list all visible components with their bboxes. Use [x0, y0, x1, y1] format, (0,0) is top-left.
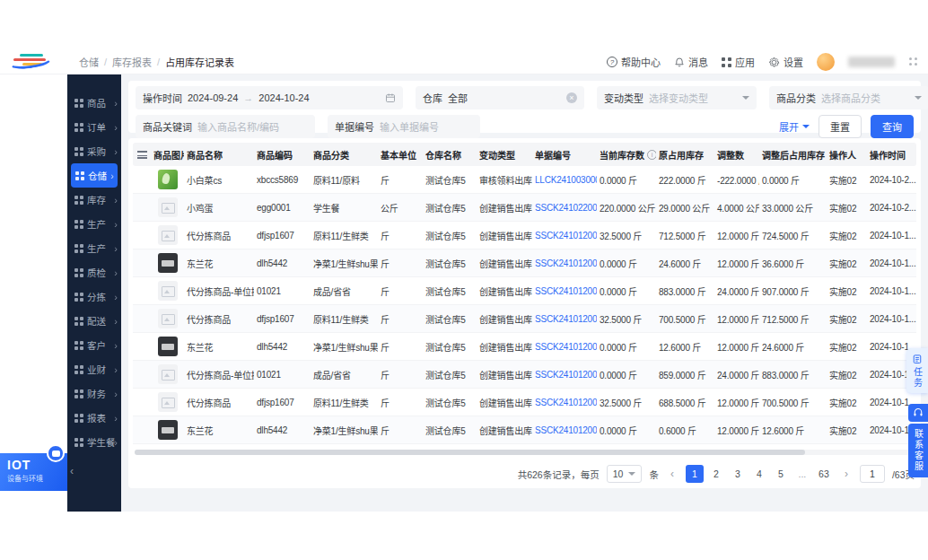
table-row[interactable]: 代分拣商品-单位换算01021成品/省省斤测试仓库5创建销售出库SSCK2410…: [133, 361, 916, 389]
sidebar-item-production-2[interactable]: 生产: [67, 236, 121, 260]
prev-page-button[interactable]: [666, 468, 678, 480]
keyword-input[interactable]: 商品关键词 输入商品名称/编码: [136, 115, 315, 138]
product-image[interactable]: [158, 337, 178, 356]
page-size-select[interactable]: 10: [607, 465, 643, 483]
column-header[interactable]: 仓库名称: [423, 148, 477, 162]
product-image[interactable]: [158, 392, 178, 412]
clear-icon[interactable]: [566, 92, 577, 103]
column-header[interactable]: 基本单位: [378, 148, 423, 162]
expand-toggle[interactable]: 展开: [779, 119, 810, 134]
sidebar-collapse-button[interactable]: [70, 465, 74, 477]
reset-button[interactable]: 重置: [819, 115, 862, 138]
iot-panel[interactable]: IOT 设备与环境: [0, 453, 67, 491]
sidebar-item-business-finance[interactable]: 业财: [67, 357, 121, 381]
page-button[interactable]: 63: [815, 465, 833, 483]
table-row[interactable]: 代分拣商品dfjsp1607原料11/生鲜类斤测试仓库5创建销售出库SSCK24…: [133, 389, 916, 416]
messages-button[interactable]: 消息: [674, 55, 708, 69]
change-type-select[interactable]: 变动类型 选择变动类型: [597, 86, 757, 109]
column-header[interactable]: 操作人: [827, 148, 867, 162]
breadcrumb-inventory-report[interactable]: 库存报表: [112, 55, 152, 69]
column-header[interactable]: 调整数: [714, 148, 759, 162]
page-button[interactable]: 1: [686, 465, 704, 483]
column-header[interactable]: 原占用库存: [656, 148, 714, 162]
page-button[interactable]: 4: [750, 465, 768, 483]
next-page-button[interactable]: [840, 468, 853, 480]
column-header[interactable]: 单据编号: [532, 148, 597, 162]
info-icon: [647, 150, 656, 160]
panel-toggle-icon[interactable]: [908, 57, 919, 67]
table-row[interactable]: 代分拣商品-单位换算01021成品/省省斤测试仓库5创建销售出库SSCK2410…: [133, 277, 916, 305]
contact-service-button[interactable]: 联系客服: [908, 424, 928, 477]
sidebar-item-purchase[interactable]: 采购: [67, 139, 121, 163]
column-header[interactable]: 操作时间: [867, 148, 916, 162]
table-row[interactable]: 东兰花dlh5442净菜1/生鲜shu果...斤测试仓库5创建销售出库SSCK2…: [133, 249, 916, 277]
avatar[interactable]: [817, 53, 835, 71]
cell-doc-no[interactable]: SSCK24101200001: [532, 425, 597, 435]
sidebar-item-orders[interactable]: 订单: [67, 115, 121, 139]
cell-doc-no[interactable]: SSCK24101200002: [532, 342, 597, 352]
cell-doc-no[interactable]: SSCK24101200002: [532, 370, 597, 380]
table-row[interactable]: 小鸡蛋egg0001学生餐公斤测试仓库5创建销售出库SSCK2410220000…: [133, 194, 916, 222]
column-header[interactable]: 当前库存数: [597, 148, 656, 162]
sidebar-item-student-meals[interactable]: 学生餐: [67, 430, 121, 454]
help-icon: [607, 57, 617, 67]
sidebar-item-sorting[interactable]: 分拣: [67, 284, 121, 309]
sidebar-item-warehouse[interactable]: 仓储: [71, 163, 118, 188]
table-row[interactable]: 代分拣商品dfjsp1607原料11/生鲜类斤测试仓库5创建销售出库SSCK24…: [133, 305, 916, 333]
apps-button[interactable]: 应用: [722, 55, 755, 69]
column-header[interactable]: 商品分类: [311, 148, 378, 162]
sidebar-item-goods[interactable]: 商品: [67, 91, 121, 115]
search-button[interactable]: 查询: [871, 115, 914, 138]
sidebar-item-production-1[interactable]: 生产: [67, 212, 121, 236]
brand-logo[interactable]: [9, 53, 61, 71]
iot-chat-icon[interactable]: [47, 444, 65, 462]
cell-doc-no[interactable]: SSCK24101200004: [532, 231, 597, 241]
docno-input[interactable]: 单据编号 输入单据编号: [328, 115, 480, 138]
product-image[interactable]: [158, 197, 178, 217]
sidebar-item-delivery[interactable]: 配送: [67, 309, 121, 333]
product-image[interactable]: [158, 253, 178, 273]
cell-doc-no[interactable]: SSCK24102200001: [532, 203, 597, 213]
help-center-button[interactable]: 帮助中心: [607, 55, 661, 69]
table-row[interactable]: 东兰花dlh5442净菜1/生鲜shu果...斤测试仓库5创建销售出库SSCK2…: [133, 333, 916, 361]
page-button[interactable]: 3: [729, 465, 747, 483]
table-row[interactable]: 小白菜csxbccs5869原料11/原料斤测试仓库5审核领料出库LLCK241…: [133, 166, 916, 194]
product-image[interactable]: [158, 420, 178, 440]
product-image[interactable]: [158, 364, 178, 384]
cell-doc-no[interactable]: LLCK24100300001: [532, 175, 597, 185]
tasks-float-button[interactable]: 任务: [906, 348, 928, 393]
sidebar-item-finance[interactable]: 财务: [67, 381, 121, 406]
customer-service-icon[interactable]: [908, 404, 928, 422]
column-header[interactable]: 商品编码: [254, 148, 311, 162]
page-button[interactable]: 2: [707, 465, 725, 483]
column-header[interactable]: 商品图片: [151, 148, 184, 162]
cell-warehouse: 测试仓库5: [423, 229, 477, 242]
category-select[interactable]: 商品分类 选择商品分类: [769, 86, 928, 109]
column-header[interactable]: 变动类型: [477, 148, 532, 162]
sidebar-item-customers[interactable]: 客户: [67, 333, 121, 357]
sidebar-item-quality[interactable]: 质检: [67, 260, 121, 284]
cell-doc-no[interactable]: SSCK24101200002: [532, 398, 597, 407]
settings-button[interactable]: 设置: [768, 55, 803, 69]
product-image[interactable]: [158, 170, 178, 189]
horizontal-scrollbar-track[interactable]: [135, 450, 915, 455]
warehouse-select[interactable]: 仓库 全部: [416, 86, 584, 109]
product-image[interactable]: [158, 309, 178, 328]
column-header[interactable]: 调整后占用库存: [759, 148, 827, 162]
horizontal-scrollbar-thumb[interactable]: [135, 450, 805, 455]
product-image[interactable]: [158, 281, 178, 301]
sidebar-item-reports[interactable]: 报表: [67, 406, 121, 430]
cell-doc-no[interactable]: SSCK24101200003: [532, 286, 597, 296]
sidebar-item-inventory[interactable]: 库存: [67, 188, 121, 212]
column-header[interactable]: 商品名称: [184, 148, 254, 162]
page-jump-input[interactable]: [860, 465, 885, 483]
page-button[interactable]: 5: [772, 465, 790, 483]
table-row[interactable]: 东兰花dlh5442净菜1/生鲜shu果...斤测试仓库5创建销售出库SSCK2…: [133, 416, 916, 444]
breadcrumb-warehouse[interactable]: 仓储: [79, 55, 99, 69]
column-settings-icon[interactable]: [137, 151, 147, 159]
cell-doc-no[interactable]: SSCK24101200003: [532, 258, 597, 268]
date-range-picker[interactable]: 操作时间 2024-09-24 2024-10-24: [136, 86, 403, 109]
cell-doc-no[interactable]: SSCK24101200003: [532, 314, 597, 324]
product-image[interactable]: [158, 225, 178, 245]
table-row[interactable]: 代分拣商品dfjsp1607原料11/生鲜类斤测试仓库5创建销售出库SSCK24…: [133, 222, 916, 249]
